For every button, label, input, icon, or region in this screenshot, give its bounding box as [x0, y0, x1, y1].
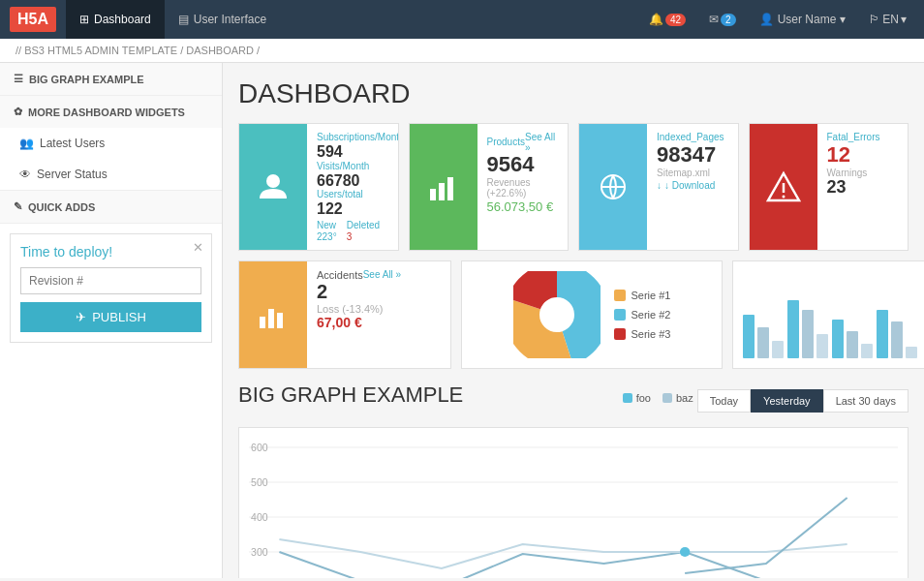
graph-today-btn[interactable]: Today — [697, 389, 751, 413]
revision-input[interactable] — [20, 267, 201, 294]
nav-dashboard[interactable]: ⊞ Dashboard — [66, 0, 165, 39]
big-legend-foo: foo — [623, 392, 651, 404]
products-card-icon — [410, 124, 477, 250]
stat-cards-row: Subscriptions/Month 594 Visits/Month 667… — [238, 123, 909, 251]
breadcrumb: // BS3 HTML5 ADMIN TEMPLATE / DASHBOARD … — [0, 39, 924, 63]
sitemap-label: Sitemap.xml — [657, 168, 728, 178]
bar-2-baz — [802, 310, 814, 358]
lang-btn[interactable]: 🏳 EN ▾ — [861, 13, 914, 26]
svg-point-8 — [782, 195, 785, 198]
bar-2-foo — [787, 300, 799, 358]
bar-1-bar — [772, 341, 784, 358]
notifications-btn[interactable]: 🔔 42 — [641, 9, 693, 30]
revenues-value: 56.073,50 € — [487, 199, 559, 214]
user-menu-btn[interactable]: 👤 User Name ▾ — [752, 13, 854, 26]
mail-icon: ✉ — [709, 13, 719, 26]
indexed-pages-label: Indexed_Pages — [657, 132, 728, 142]
messages-btn[interactable]: ✉ 2 — [701, 9, 744, 30]
legend-item-serie2: Serie #2 — [614, 309, 671, 321]
stat-card-users: Subscriptions/Month 594 Visits/Month 667… — [238, 123, 399, 251]
svg-text:500: 500 — [251, 477, 268, 488]
products-value: 9564 — [487, 153, 559, 176]
pencil-icon: ✎ — [14, 200, 22, 213]
download-link[interactable]: ↓ ↓ Download — [657, 180, 728, 191]
pie-chart-card: Serie #1 Serie #2 Serie #3 — [461, 260, 723, 369]
eye-icon: 👁 — [19, 168, 31, 181]
graph-yesterday-btn[interactable]: Yesterday — [751, 389, 823, 413]
publish-button[interactable]: ✈ PUBLISH — [20, 302, 201, 332]
accidents-amount: 67,00 € — [317, 315, 401, 330]
subscriptions-label: Subscriptions/Month — [317, 132, 399, 142]
svg-point-25 — [680, 547, 690, 557]
deploy-title: Time to deploy! — [20, 244, 201, 260]
accidents-value: 2 — [317, 281, 401, 303]
graph-controls: Today Yesterday Last 30 days — [697, 389, 909, 413]
deleted-label: Deleted — [347, 220, 380, 230]
pie-chart — [513, 271, 601, 358]
graph-30days-btn[interactable]: Last 30 days — [823, 389, 909, 413]
breadcrumb-root[interactable]: BS3 HTML5 ADMIN TEMPLATE — [24, 45, 177, 56]
lang-label: EN — [882, 13, 899, 26]
big-foo-dot — [623, 393, 632, 403]
bar-chart-card: foo baz bar — [732, 260, 924, 369]
big-legend-baz: baz — [662, 392, 693, 404]
widgets-icon: ✿ — [14, 106, 22, 118]
sidebar-section-quick-adds: ✎ QUICK ADDS — [0, 191, 222, 224]
list-icon: ☰ — [14, 73, 23, 85]
bar-1-baz — [757, 327, 769, 358]
users-card-body: Subscriptions/Month 594 Visits/Month 667… — [307, 124, 399, 250]
sidebar-header-quick-adds: ✎ QUICK ADDS — [0, 191, 222, 223]
subscriptions-value: 594 — [317, 143, 399, 161]
topnav: H5A ⊞ Dashboard ▤ User Interface 🔔 42 ✉ … — [0, 0, 924, 39]
svg-rect-3 — [447, 177, 453, 200]
big-graph-section: BIG GRAPH EXAMPLE foo baz Today — [238, 382, 909, 578]
user-icon: 👤 — [759, 13, 774, 26]
big-graph-legend: foo baz — [623, 392, 693, 404]
fatal-errors-body: Fatal_Errors 12 Warnings 23 — [817, 124, 909, 250]
svg-text:300: 300 — [251, 547, 268, 558]
bar-4-bar — [906, 347, 917, 358]
main-content: DASHBOARD Subscriptions/Month 594 Visits… — [223, 63, 924, 578]
warnings-value: 23 — [827, 178, 899, 198]
bar-4-baz — [891, 321, 903, 358]
page-title: DASHBOARD — [238, 78, 909, 109]
bell-icon: 🔔 — [649, 13, 663, 26]
serie2-dot — [614, 309, 626, 321]
bar-2-bar — [816, 334, 828, 358]
pie-legend: Serie #1 Serie #2 Serie #3 — [614, 290, 671, 340]
download-icon: ↓ — [657, 180, 662, 191]
svg-rect-1 — [430, 189, 436, 200]
indexed-pages-body: Indexed_Pages 98347 Sitemap.xml ↓ ↓ Down… — [647, 124, 738, 250]
nav-user-interface[interactable]: ▤ User Interface — [165, 0, 280, 39]
dashboard-icon: ⊞ — [79, 13, 89, 26]
visits-value: 66780 — [317, 172, 399, 190]
sidebar-item-latest-users[interactable]: 👥 Latest Users — [0, 128, 222, 159]
new-label: New — [317, 220, 337, 230]
bar-3-foo — [832, 320, 844, 358]
fatal-errors-value: 12 — [827, 143, 899, 167]
legend-item-serie1: Serie #1 — [614, 290, 671, 301]
bar-1-foo — [743, 315, 755, 358]
accidents-see-all[interactable]: See All » — [363, 269, 401, 280]
breadcrumb-current[interactable]: DASHBOARD — [186, 45, 254, 56]
big-graph-title: BIG GRAPH EXAMPLE — [238, 382, 463, 408]
products-card-body: Products See All » 9564 Revenues (+22.6%… — [477, 124, 569, 250]
stat-card-products: Products See All » 9564 Revenues (+22.6%… — [409, 123, 570, 251]
deploy-close-btn[interactable]: ✕ — [193, 240, 203, 255]
sidebar-header-big-graph: ☰ BIG GRAPH EXAMPLE — [0, 63, 222, 95]
indexed-pages-value: 98347 — [657, 143, 728, 167]
products-see-all[interactable]: See All » — [525, 132, 558, 153]
ui-icon: ▤ — [178, 13, 189, 26]
sidebar-item-server-status[interactable]: 👁 Server Status — [0, 159, 222, 190]
products-label: Products — [487, 137, 525, 147]
bar-4-foo — [877, 310, 888, 358]
accidents-icon — [239, 261, 307, 368]
users-icon: 👥 — [19, 137, 34, 150]
sidebar-section-more-widgets: ✿ MORE DASHBOARD WIDGETS 👥 Latest Users … — [0, 96, 222, 191]
stat-card-indexed-pages: Indexed_Pages 98347 Sitemap.xml ↓ ↓ Down… — [578, 123, 739, 251]
accidents-body: Accidents See All » 2 Loss (-13.4%) 67,0… — [307, 261, 411, 368]
fatal-errors-icon — [750, 124, 817, 250]
notifications-count: 42 — [665, 14, 686, 26]
bar-3-bar — [861, 344, 873, 358]
deploy-box: ✕ Time to deploy! ✈ PUBLISH — [10, 233, 212, 343]
